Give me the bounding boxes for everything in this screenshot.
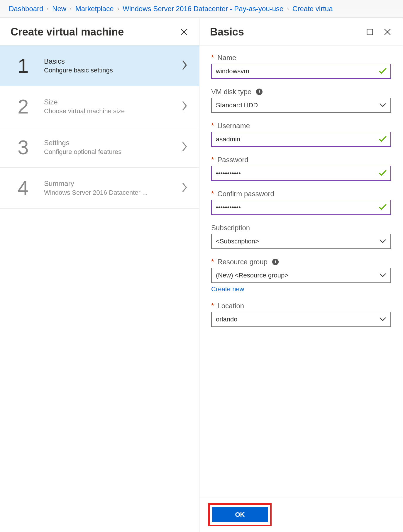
step-number: 1 [18,54,44,77]
step-subtitle: Configure optional features [44,148,155,156]
info-icon[interactable]: i [272,259,279,265]
label-text: VM disk type [211,88,251,96]
svg-rect-2 [367,29,373,35]
step-size[interactable]: 2 Size Choose virtual machine size [0,86,199,127]
breadcrumb: Dashboard › New › Marketplace › Windows … [0,0,403,18]
create-new-link[interactable]: Create new [211,285,244,293]
blade-title: Create virtual machine [11,26,124,38]
breadcrumb-item[interactable]: Marketplace [75,5,114,13]
field-name: * Name [211,54,391,79]
chevron-right-icon: › [70,5,72,12]
field-location: * Location orlando [211,302,391,327]
blade-footer: OK [199,497,403,532]
field-label: * Location [211,302,391,310]
info-icon[interactable]: i [256,89,263,95]
check-icon [379,203,387,211]
select-value: (New) <Resource group> [216,272,288,279]
select-value: <Subscription> [216,238,259,245]
field-label: * Username [211,122,391,130]
breadcrumb-item[interactable]: Dashboard [9,5,43,13]
step-subtitle: Choose virtual machine size [44,107,155,115]
confirm-password-input[interactable] [211,200,391,215]
password-input[interactable] [211,166,391,181]
breadcrumb-item[interactable]: New [52,5,66,13]
check-icon [379,169,387,177]
required-asterisk: * [211,54,214,62]
step-subtitle: Windows Server 2016 Datacenter ... [44,189,155,196]
blade-title: Basics [210,26,244,38]
maximize-icon[interactable] [365,27,375,37]
chevron-right-icon [182,60,187,72]
location-select[interactable]: orlando [211,312,391,327]
create-vm-blade: Create virtual machine 1 Basics Configur… [0,18,199,532]
step-subtitle: Configure basic settings [44,67,155,74]
label-text: Subscription [211,224,250,232]
field-subscription: Subscription <Subscription> [211,224,391,249]
step-title: Basics [44,57,182,65]
chevron-down-icon [379,316,386,323]
required-asterisk: * [211,258,214,266]
chevron-right-icon: › [117,5,119,12]
field-username: * Username [211,122,391,147]
blade-header: Create virtual machine [0,19,199,45]
label-text: Name [217,54,236,62]
step-basics[interactable]: 1 Basics Configure basic settings [0,45,199,86]
step-title: Summary [44,179,182,188]
step-number: 3 [18,136,44,159]
required-asterisk: * [211,122,214,130]
step-title: Settings [44,139,182,147]
step-number: 2 [18,95,44,118]
basics-blade: Basics * Name [199,18,403,532]
field-label: * Resource group i [211,258,391,266]
breadcrumb-item[interactable]: Windows Server 2016 Datacenter - Pay-as-… [123,5,283,13]
field-confirm-password: * Confirm password [211,190,391,215]
name-input[interactable] [211,64,391,79]
wizard-steps: 1 Basics Configure basic settings 2 Size… [0,45,199,209]
step-settings[interactable]: 3 Settings Configure optional features [0,127,199,168]
chevron-right-icon [182,141,187,153]
select-value: orlando [216,316,237,323]
chevron-right-icon [182,182,187,194]
chevron-down-icon [379,272,386,279]
blade-header: Basics [199,19,403,45]
step-summary[interactable]: 4 Summary Windows Server 2016 Datacenter… [0,168,199,209]
step-number: 4 [18,177,44,199]
chevron-down-icon [379,238,386,245]
label-text: Resource group [217,258,267,266]
check-icon [379,67,387,75]
field-label: VM disk type i [211,88,391,96]
label-text: Password [217,156,248,164]
ok-button[interactable]: OK [212,507,268,522]
subscription-select[interactable]: <Subscription> [211,234,391,249]
field-label: * Name [211,54,391,62]
check-icon [379,135,387,143]
close-icon[interactable] [383,27,392,37]
resource-group-select[interactable]: (New) <Resource group> [211,268,391,283]
required-asterisk: * [211,156,214,164]
field-label: Subscription [211,224,391,232]
chevron-right-icon: › [47,5,49,12]
chevron-right-icon [182,101,187,112]
required-asterisk: * [211,190,214,198]
ok-highlight-box: OK [208,503,272,526]
username-input[interactable] [211,132,391,147]
chevron-down-icon [379,101,386,109]
select-value: Standard HDD [216,101,258,109]
chevron-right-icon: › [287,5,289,12]
field-disk-type: VM disk type i Standard HDD [211,88,391,113]
breadcrumb-item[interactable]: Create virtua [292,5,333,13]
field-label: * Password [211,156,391,164]
close-icon[interactable] [179,27,189,37]
disk-type-select[interactable]: Standard HDD [211,98,391,113]
field-resource-group: * Resource group i (New) <Resource group… [211,258,391,293]
label-text: Username [217,122,250,130]
step-title: Size [44,98,182,106]
basics-form: * Name VM disk type i Standard HDD [199,45,403,497]
label-text: Confirm password [217,190,274,198]
field-password: * Password [211,156,391,181]
required-asterisk: * [211,302,214,310]
field-label: * Confirm password [211,190,391,198]
label-text: Location [217,302,244,310]
